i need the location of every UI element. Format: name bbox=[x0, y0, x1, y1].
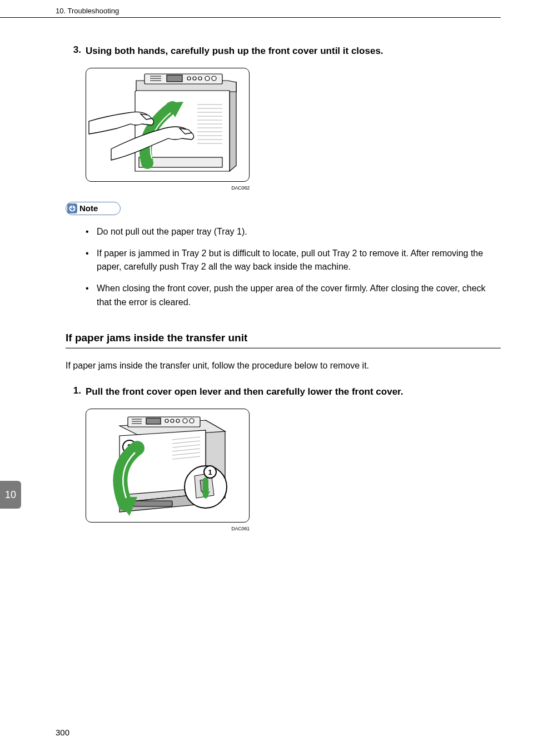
section-heading: If paper jams inside the transfer unit bbox=[66, 332, 501, 344]
section-intro: If paper jams inside the transfer unit, … bbox=[66, 360, 501, 372]
note-arrow-icon bbox=[67, 203, 77, 213]
svg-point-9 bbox=[212, 76, 216, 81]
step-number: 1. bbox=[66, 385, 86, 399]
bullet-icon: • bbox=[86, 247, 97, 275]
step-text: Pull the front cover open lever and then… bbox=[86, 385, 501, 399]
svg-point-8 bbox=[205, 76, 210, 81]
note-tag: Note bbox=[66, 202, 121, 215]
svg-rect-39 bbox=[133, 501, 172, 506]
svg-rect-27 bbox=[146, 418, 161, 424]
svg-point-7 bbox=[198, 77, 202, 80]
svg-rect-0 bbox=[145, 74, 222, 84]
svg-point-32 bbox=[190, 419, 194, 423]
svg-point-28 bbox=[165, 419, 168, 422]
svg-point-29 bbox=[171, 419, 174, 422]
svg-rect-4 bbox=[167, 75, 182, 82]
step-number: 3. bbox=[66, 44, 86, 58]
page-number: 300 bbox=[56, 728, 69, 737]
step-1: 1. Pull the front cover open lever and t… bbox=[66, 385, 501, 399]
svg-point-6 bbox=[193, 77, 196, 80]
image-code-3: DAC062 bbox=[86, 185, 250, 191]
illustration-1-wrap: 1 2 bbox=[86, 409, 501, 523]
section-rule bbox=[66, 347, 501, 349]
list-item: • When closing the front cover, push the… bbox=[86, 282, 501, 310]
step-text: Using both hands, carefully push up the … bbox=[86, 44, 501, 58]
svg-rect-23 bbox=[128, 417, 200, 427]
svg-point-5 bbox=[187, 77, 191, 80]
illustration-open-cover: 1 2 bbox=[86, 409, 250, 523]
svg-point-30 bbox=[176, 419, 180, 422]
note-label: Note bbox=[79, 203, 98, 213]
svg-point-31 bbox=[183, 419, 187, 423]
callout-1-label: 1 bbox=[208, 468, 212, 476]
list-item: • If paper is jammed in Tray 2 but is di… bbox=[86, 247, 501, 275]
bullet-icon: • bbox=[86, 282, 97, 310]
image-code-1: DAC061 bbox=[86, 526, 250, 531]
chapter-title: 10. Troubleshooting bbox=[56, 7, 119, 15]
step-3: 3. Using both hands, carefully push up t… bbox=[66, 44, 501, 58]
note-list: • Do not pull out the paper tray (Tray 1… bbox=[86, 225, 501, 310]
bullet-text: Do not pull out the paper tray (Tray 1). bbox=[97, 225, 501, 239]
bullet-text: When closing the front cover, push the u… bbox=[97, 282, 501, 310]
chapter-tab-number: 10 bbox=[5, 489, 16, 501]
illustration-3-wrap bbox=[86, 68, 501, 182]
chapter-tab: 10 bbox=[0, 481, 21, 509]
bullet-text: If paper is jammed in Tray 2 but is diff… bbox=[97, 247, 501, 275]
page-header: 10. Troubleshooting bbox=[0, 0, 501, 18]
page-content: 3. Using both hands, carefully push up t… bbox=[0, 18, 533, 531]
list-item: • Do not pull out the paper tray (Tray 1… bbox=[86, 225, 501, 239]
bullet-icon: • bbox=[86, 225, 97, 239]
illustration-close-cover bbox=[86, 68, 250, 182]
